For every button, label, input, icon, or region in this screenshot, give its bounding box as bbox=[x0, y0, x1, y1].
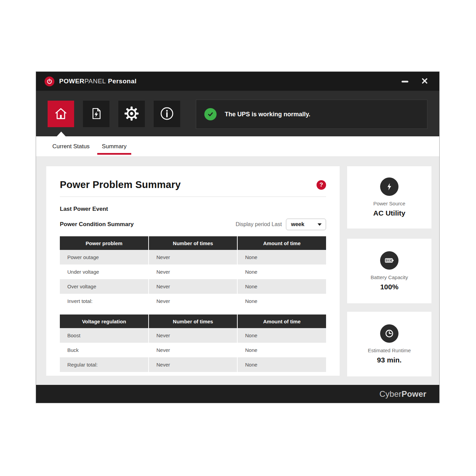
titlebar: POWERPANEL Personal bbox=[36, 72, 439, 91]
table-cell: Never bbox=[149, 265, 237, 279]
page-title: Power Problem Summary bbox=[60, 179, 181, 190]
nav-button-about[interactable] bbox=[154, 101, 180, 127]
battery-capacity-label: Battery Capacity bbox=[371, 274, 408, 280]
table-cell: None bbox=[237, 265, 326, 279]
estimated-runtime-label: Estimated Runtime bbox=[368, 347, 411, 353]
brand-light: Cyber bbox=[379, 389, 402, 398]
power-source-value: AC Utility bbox=[373, 209, 406, 217]
table-cell: Never bbox=[149, 328, 237, 343]
event-document-lightning-icon bbox=[89, 106, 103, 122]
table-cell: None bbox=[237, 357, 326, 372]
nav-button-settings[interactable] bbox=[118, 101, 145, 127]
last-power-event-heading: Last Power Event bbox=[60, 206, 326, 213]
green-check-icon bbox=[204, 108, 217, 120]
table-cell: Never bbox=[149, 279, 237, 294]
heading-divider bbox=[60, 197, 326, 197]
battery-capacity-value: 100% bbox=[380, 283, 398, 291]
table-cell: Power outage bbox=[60, 250, 149, 265]
table-cell: Under voltage bbox=[60, 265, 149, 279]
table-cell: Regular total: bbox=[60, 357, 149, 372]
gear-icon bbox=[124, 106, 139, 122]
table-cell: Invert total: bbox=[60, 294, 149, 308]
table-cell: None bbox=[237, 294, 326, 308]
table-row: Boost Never None bbox=[60, 328, 326, 343]
table-cell: None bbox=[237, 343, 326, 357]
battery-capacity-card: Battery Capacity 100% bbox=[347, 239, 431, 303]
column-header: Voltage regulation bbox=[60, 314, 149, 328]
tab-current-status[interactable]: Current Status bbox=[48, 136, 95, 156]
table-row: Regular total: Never None bbox=[60, 357, 326, 372]
estimated-runtime-card: Estimated Runtime 93 min. bbox=[347, 312, 431, 376]
power-problem-table: Power problem Number of times Amount of … bbox=[60, 236, 326, 308]
minimize-button[interactable] bbox=[399, 77, 411, 86]
table-row: Over voltage Never None bbox=[60, 279, 326, 294]
table-header-row: Power problem Number of times Amount of … bbox=[60, 236, 326, 250]
estimated-runtime-value: 93 min. bbox=[377, 356, 402, 364]
power-source-card: Power Source AC Utility bbox=[347, 166, 431, 228]
screenshot-stage: POWERPANEL Personal bbox=[0, 0, 476, 476]
voltage-regulation-table: Voltage regulation Number of times Amoun… bbox=[60, 314, 326, 372]
battery-icon bbox=[380, 251, 398, 270]
info-icon bbox=[159, 106, 174, 122]
cyberpower-logo: CyberPower bbox=[379, 389, 426, 399]
content-area: Power Problem Summary ? Last Power Event… bbox=[36, 157, 439, 385]
home-icon bbox=[53, 106, 68, 122]
power-source-label: Power Source bbox=[373, 201, 405, 206]
power-problem-summary-card: Power Problem Summary ? Last Power Event… bbox=[46, 166, 340, 376]
nav-button-event-log[interactable] bbox=[83, 101, 109, 127]
app-title-brand-bold: POWER bbox=[59, 78, 84, 85]
close-icon bbox=[422, 78, 428, 85]
footer-bar: CyberPower bbox=[36, 385, 439, 403]
table-cell: None bbox=[237, 250, 326, 265]
tabbar: Current Status Summary bbox=[36, 136, 439, 157]
table-cell: Never bbox=[149, 250, 237, 265]
column-header: Power problem bbox=[60, 236, 149, 250]
lightning-icon bbox=[380, 177, 398, 196]
help-icon[interactable]: ? bbox=[317, 180, 326, 190]
table-cell: Never bbox=[149, 294, 237, 308]
table-cell: None bbox=[237, 328, 326, 343]
dropdown-caret-icon bbox=[318, 223, 322, 226]
app-window: POWERPANEL Personal bbox=[36, 71, 440, 403]
table-cell: Boost bbox=[60, 328, 149, 343]
table-row: Under voltage Never None bbox=[60, 265, 326, 279]
power-condition-heading: Power Condition Summary bbox=[60, 221, 134, 228]
status-sidebar: Power Source AC Utility Battery Capacity… bbox=[347, 166, 431, 376]
status-message: The UPS is working normally. bbox=[225, 111, 310, 118]
table-cell: Over voltage bbox=[60, 279, 149, 294]
app-title-edition: Personal bbox=[108, 78, 136, 85]
status-banner: The UPS is working normally. bbox=[196, 100, 427, 129]
power-logo-icon bbox=[45, 76, 54, 86]
table-cell: Never bbox=[149, 343, 237, 357]
column-header: Amount of time bbox=[237, 314, 326, 328]
table-cell: Buck bbox=[60, 343, 149, 357]
brand-bold: Power bbox=[402, 389, 426, 398]
close-button[interactable] bbox=[420, 76, 430, 87]
table-header-row: Voltage regulation Number of times Amoun… bbox=[60, 314, 326, 328]
tab-summary[interactable]: Summary bbox=[97, 136, 132, 156]
nav-button-home[interactable] bbox=[48, 101, 74, 127]
table-cell: Never bbox=[149, 357, 237, 372]
app-title-brand-light: PANEL bbox=[84, 78, 106, 85]
column-header: Amount of time bbox=[237, 236, 326, 250]
table-row: Buck Never None bbox=[60, 343, 326, 357]
column-header: Number of times bbox=[149, 314, 237, 328]
table-row: Invert total: Never None bbox=[60, 294, 326, 308]
display-period-label: Display period Last bbox=[236, 221, 282, 227]
toolbar: The UPS is working normally. bbox=[36, 91, 439, 136]
table-cell: None bbox=[237, 279, 326, 294]
active-tab-notch bbox=[57, 132, 66, 136]
column-header: Number of times bbox=[149, 236, 237, 250]
display-period-select[interactable]: week bbox=[286, 219, 326, 230]
app-title: POWERPANEL Personal bbox=[59, 78, 137, 85]
display-period-value: week bbox=[291, 221, 318, 227]
table-row: Power outage Never None bbox=[60, 250, 326, 265]
clock-icon bbox=[380, 324, 398, 343]
minimize-icon bbox=[401, 79, 409, 84]
